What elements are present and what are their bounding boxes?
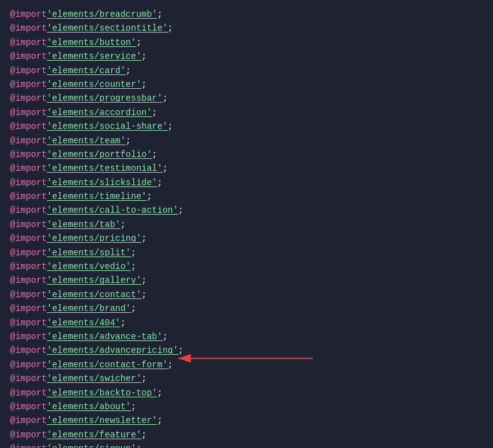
- code-line: @import 'elements/service';: [10, 49, 483, 63]
- semicolon: ;: [152, 106, 157, 120]
- code-line: @import 'elements/slickslide';: [10, 176, 483, 190]
- import-keyword: @import: [10, 218, 47, 232]
- semicolon: ;: [152, 148, 157, 161]
- import-keyword: @import: [10, 260, 47, 273]
- code-line: @import 'elements/advancepricing';: [10, 344, 483, 357]
- code-line: @import 'elements/swicher';: [10, 372, 483, 385]
- import-path: 'elements/gallery': [47, 273, 141, 287]
- import-path: 'elements/counter': [47, 78, 141, 91]
- import-keyword: @import: [10, 316, 47, 330]
- semicolon: ;: [136, 442, 141, 448]
- code-line: @import 'elements/sectiontitle';: [10, 21, 483, 35]
- semicolon: ;: [157, 8, 162, 21]
- import-keyword: @import: [10, 428, 47, 442]
- semicolon: ;: [146, 190, 151, 203]
- semicolon: ;: [136, 36, 141, 49]
- semicolon: ;: [168, 358, 173, 372]
- semicolon: ;: [141, 372, 146, 385]
- semicolon: ;: [141, 49, 146, 63]
- code-line: @import 'elements/testimonial';: [10, 161, 483, 175]
- code-line: @import 'elements/card';: [10, 64, 483, 78]
- code-line: @import 'elements/progressbar';: [10, 91, 483, 105]
- semicolon: ;: [141, 428, 146, 442]
- import-path: 'elements/contact-form': [47, 358, 168, 372]
- import-path: 'elements/swicher': [47, 372, 141, 385]
- import-path: 'elements/breadcrumb': [47, 8, 157, 21]
- import-keyword: @import: [10, 36, 47, 49]
- code-line: @import 'elements/gallery';: [10, 273, 483, 287]
- semicolon: ;: [178, 203, 183, 217]
- import-keyword: @import: [10, 120, 47, 133]
- semicolon: ;: [163, 91, 168, 105]
- code-line: @import 'elements/accordion';: [10, 106, 483, 120]
- code-line: @import 'elements/button';: [10, 36, 483, 49]
- import-path: 'elements/timeline': [47, 190, 147, 203]
- semicolon: ;: [126, 64, 131, 78]
- import-keyword: @import: [10, 442, 47, 448]
- import-keyword: @import: [10, 64, 47, 78]
- import-path: 'elements/contact': [47, 288, 141, 302]
- code-line: @import 'elements/advance-tab';: [10, 330, 483, 344]
- semicolon: ;: [131, 260, 136, 273]
- code-line: @import 'elements/about';: [10, 400, 483, 414]
- import-path: 'elements/about': [47, 400, 131, 414]
- import-keyword: @import: [10, 344, 47, 357]
- import-keyword: @import: [10, 176, 47, 190]
- semicolon: ;: [131, 302, 136, 315]
- import-path: 'elements/pricing': [47, 232, 141, 245]
- semicolon: ;: [141, 232, 146, 245]
- semicolon: ;: [141, 78, 146, 91]
- code-line: @import 'elements/team';: [10, 134, 483, 148]
- code-line: @import 'elements/brand';: [10, 302, 483, 315]
- semicolon: ;: [157, 176, 162, 190]
- import-keyword: @import: [10, 372, 47, 385]
- import-keyword: @import: [10, 386, 47, 400]
- import-path: 'elements/team': [47, 134, 126, 148]
- code-line: @import 'elements/portfolio';: [10, 148, 483, 161]
- import-path: 'elements/slickslide': [47, 176, 157, 190]
- semicolon: ;: [141, 288, 146, 302]
- import-path: 'elements/accordion': [47, 106, 152, 120]
- import-keyword: @import: [10, 190, 47, 203]
- code-line: @import 'elements/contact-form';: [10, 358, 483, 372]
- import-keyword: @import: [10, 78, 47, 91]
- import-path: 'elements/card': [47, 64, 126, 78]
- code-line: @import 'elements/404';: [10, 316, 483, 330]
- import-keyword: @import: [10, 148, 47, 161]
- code-line: @import 'elements/breadcrumb';: [10, 8, 483, 21]
- import-keyword: @import: [10, 400, 47, 414]
- import-path: 'elements/portfolio': [47, 148, 152, 161]
- import-keyword: @import: [10, 302, 47, 315]
- code-line: @import 'elements/vedio';: [10, 260, 483, 273]
- import-path: 'elements/social-share': [47, 120, 168, 133]
- import-keyword: @import: [10, 273, 47, 287]
- import-keyword: @import: [10, 330, 47, 344]
- code-line: @import 'elements/pricing';: [10, 232, 483, 245]
- import-keyword: @import: [10, 288, 47, 302]
- semicolon: ;: [178, 344, 183, 357]
- import-keyword: @import: [10, 414, 47, 427]
- import-path: 'elements/vedio': [47, 260, 131, 273]
- code-line: @import 'elements/counter';: [10, 78, 483, 91]
- code-line: @import 'elements/social-share';: [10, 120, 483, 133]
- semicolon: ;: [168, 21, 173, 35]
- semicolon: ;: [120, 316, 125, 330]
- import-path: 'elements/button': [47, 36, 136, 49]
- import-keyword: @import: [10, 134, 47, 148]
- import-path: 'elements/backto-top': [47, 386, 157, 400]
- code-line: @import 'elements/contact';: [10, 288, 483, 302]
- import-keyword: @import: [10, 49, 47, 63]
- import-path: 'elements/advancepricing': [47, 344, 178, 357]
- import-keyword: @import: [10, 8, 47, 21]
- import-keyword: @import: [10, 203, 47, 217]
- import-keyword: @import: [10, 161, 47, 175]
- import-path: 'elements/split': [47, 246, 131, 260]
- code-lines: @import 'elements/breadcrumb';@import 'e…: [10, 8, 483, 448]
- import-path: 'elements/tab': [47, 218, 121, 232]
- code-editor: @import 'elements/breadcrumb';@import 'e…: [0, 0, 493, 448]
- import-keyword: @import: [10, 106, 47, 120]
- code-line: @import 'elements/split';: [10, 246, 483, 260]
- semicolon: ;: [163, 161, 168, 175]
- semicolon: ;: [157, 414, 162, 427]
- import-path: 'elements/progressbar': [47, 91, 163, 105]
